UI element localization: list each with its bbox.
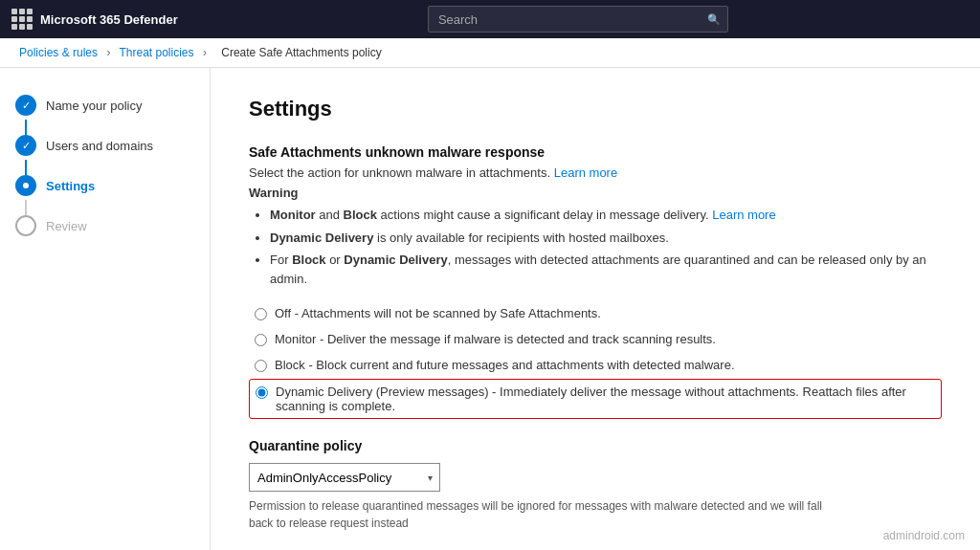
connector-1 [25, 120, 27, 135]
radio-label-off: Off - Attachments will not be scanned by… [275, 306, 601, 320]
grid-icon [11, 9, 33, 30]
content-area: Settings Safe Attachments unknown malwar… [211, 68, 980, 550]
step-circle-2: ✓ [15, 135, 36, 156]
app-title: Microsoft 365 Defender [40, 12, 178, 27]
step-label-4: Review [46, 219, 87, 233]
learn-more-link-2[interactable]: Learn more [712, 208, 775, 222]
radio-dynamic[interactable]: Dynamic Delivery (Preview messages) - Im… [249, 379, 942, 419]
radio-input-off[interactable] [255, 308, 267, 320]
radio-monitor[interactable]: Monitor - Deliver the message if malware… [249, 327, 942, 351]
step-label-1: Name your policy [46, 99, 142, 113]
quarantine-select-wrap: AdminOnlyAccessPolicy DefaultFullAccessP… [249, 463, 440, 492]
step-circle-4 [15, 215, 36, 236]
main-layout: ✓ Name your policy ✓ Users and domains S… [0, 68, 980, 550]
breadcrumb-policies[interactable]: Policies & rules [19, 46, 98, 59]
malware-response-section: Safe Attachments unknown malware respons… [249, 144, 942, 419]
checkmark-icon-2: ✓ [22, 140, 31, 152]
page-title: Settings [249, 97, 942, 121]
topbar: Microsoft 365 Defender [0, 0, 980, 38]
step-label-2: Users and domains [46, 139, 153, 153]
breadcrumb-threat[interactable]: Threat policies [120, 46, 194, 59]
malware-section-title: Safe Attachments unknown malware respons… [249, 144, 942, 160]
radio-input-monitor[interactable] [255, 334, 267, 346]
radio-input-dynamic[interactable] [256, 386, 268, 399]
learn-more-link-1[interactable]: Learn more [554, 165, 617, 180]
step-circle-3 [15, 175, 36, 196]
step-review[interactable]: Review [15, 215, 194, 236]
radio-block[interactable]: Block - Block current and future message… [249, 353, 942, 377]
radio-group-malware: Off - Attachments will not be scanned by… [249, 301, 942, 419]
step-settings[interactable]: Settings [15, 175, 194, 196]
breadcrumb-sep-1: › [106, 46, 110, 59]
watermark: admindroid.com [883, 529, 965, 542]
warning-item-2: Dynamic Delivery is only available for r… [270, 229, 942, 248]
warning-list: Monitor and Block actions might cause a … [249, 206, 942, 288]
radio-label-dynamic: Dynamic Delivery (Preview messages) - Im… [276, 385, 935, 413]
radio-input-block[interactable] [255, 360, 267, 372]
steps-wrapper: ✓ Name your policy ✓ Users and domains S… [15, 91, 194, 236]
step-circle-1: ✓ [15, 95, 36, 116]
breadcrumb-sep-2: › [203, 46, 207, 59]
sidebar: ✓ Name your policy ✓ Users and domains S… [0, 68, 211, 550]
search-input[interactable] [428, 6, 728, 33]
breadcrumb: Policies & rules › Threat policies › Cre… [0, 38, 980, 68]
connector-2 [25, 160, 27, 175]
search-wrapper [428, 6, 728, 33]
radio-label-block: Block - Block current and future message… [275, 358, 735, 372]
quarantine-title: Quarantine policy [249, 438, 942, 453]
step-users-domains[interactable]: ✓ Users and domains [15, 135, 194, 156]
radio-label-monitor: Monitor - Deliver the message if malware… [275, 332, 716, 346]
breadcrumb-current: Create Safe Attachments policy [221, 46, 381, 59]
quarantine-note: Permission to release quarantined messag… [249, 497, 842, 532]
warning-item-1: Monitor and Block actions might cause a … [270, 206, 942, 225]
malware-section-desc: Select the action for unknown malware in… [249, 165, 942, 180]
app-logo: Microsoft 365 Defender [11, 9, 178, 30]
dot-icon-3 [23, 183, 29, 188]
warning-label: Warning [249, 186, 942, 200]
connector-3 [25, 200, 27, 215]
radio-off[interactable]: Off - Attachments will not be scanned by… [249, 301, 942, 325]
step-label-3: Settings [46, 179, 95, 193]
quarantine-select[interactable]: AdminOnlyAccessPolicy DefaultFullAccessP… [249, 463, 440, 492]
checkmark-icon-1: ✓ [22, 99, 31, 112]
step-name-policy[interactable]: ✓ Name your policy [15, 95, 194, 116]
quarantine-section: Quarantine policy AdminOnlyAccessPolicy … [249, 438, 942, 532]
warning-item-3: For Block or Dynamic Delivery, messages … [270, 251, 942, 288]
